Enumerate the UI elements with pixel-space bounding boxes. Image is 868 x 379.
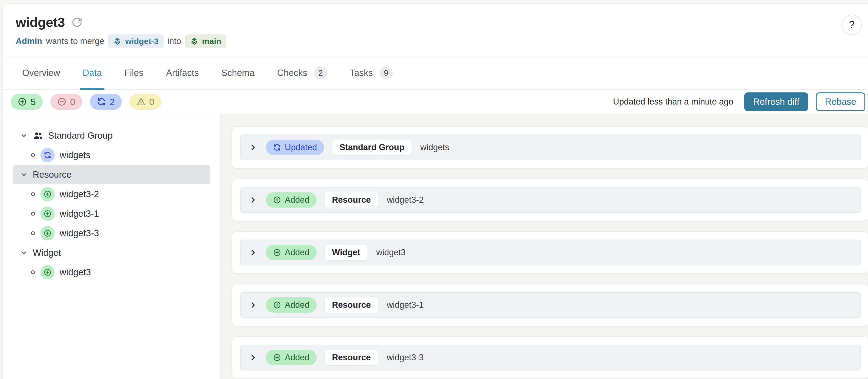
rebase-button[interactable]: Rebase [816, 92, 865, 111]
tab-tasks[interactable]: Tasks 9 [350, 56, 393, 89]
tree-item-label: widget3-3 [60, 228, 99, 238]
sync-icon [43, 151, 52, 159]
chevron-down-icon[interactable] [20, 249, 28, 257]
row-name: widgets [420, 143, 449, 152]
diff-row-header[interactable]: Added Resource widget3-2 [240, 187, 861, 213]
plus-circle-icon [273, 301, 281, 309]
tree-group-label: Widget [33, 247, 61, 258]
status-badge: Added [266, 192, 317, 208]
diff-row: Updated Standard Group widgets [232, 126, 868, 169]
status-badge: Added [266, 245, 317, 260]
warning-icon [136, 97, 146, 107]
updated-count-pill: 2 [90, 94, 122, 110]
plus-circle-icon [43, 229, 52, 237]
chevron-right-icon[interactable] [249, 301, 257, 310]
diff-row-header[interactable]: Added Resource widget3-1 [240, 292, 861, 318]
diff-row: Added Resource widget3-2 [232, 179, 868, 221]
type-tag: Resource [325, 350, 378, 365]
merge-summary: Admin wants to merge widget-3 into main [16, 34, 861, 48]
sync-icon [97, 97, 106, 107]
diff-toolbar: 5 0 2 0 Updated less than a minute ago R… [3, 90, 868, 114]
tree-item-widgets[interactable]: widgets [13, 145, 210, 165]
source-branch-badge[interactable]: widget-3 [108, 34, 163, 48]
tree-group-widget[interactable]: Widget [13, 243, 210, 262]
chevron-right-icon[interactable] [249, 196, 257, 204]
chevron-down-icon[interactable] [20, 132, 28, 140]
tab-data[interactable]: Data [83, 56, 102, 89]
tab-files[interactable]: Files [124, 56, 144, 89]
plus-circle-icon [273, 249, 281, 257]
help-button[interactable]: ? [842, 14, 862, 35]
updated-status-icon [40, 148, 55, 162]
merge-text: wants to merge [46, 36, 104, 46]
plus-circle-icon [18, 97, 27, 107]
diff-row-header[interactable]: Added Widget widget3 [240, 239, 861, 265]
tree-item-widget3-3[interactable]: widget3-3 [13, 223, 210, 243]
removed-count-pill: 0 [50, 94, 82, 110]
added-count-pill: 5 [11, 94, 42, 110]
diff-row-header[interactable]: Added Resource widget3-3 [240, 345, 861, 371]
tree-item-widget3[interactable]: widget3 [13, 262, 210, 282]
tab-overview[interactable]: Overview [22, 56, 60, 89]
row-name: widget3-1 [387, 300, 424, 310]
diff-row: Added Resource widget3-1 [232, 284, 868, 326]
tab-schema[interactable]: Schema [221, 56, 254, 89]
diff-row: Added Widget widget3 [232, 231, 868, 274]
bullet-icon [31, 192, 35, 196]
minus-circle-icon [57, 97, 66, 107]
diff-panel: Updated Standard Group widgets Added Res… [221, 114, 868, 379]
tree-item-label: widget3 [60, 267, 91, 278]
reload-icon[interactable] [71, 17, 83, 28]
diff-row-header[interactable]: Updated Standard Group widgets [240, 135, 861, 161]
tab-checks[interactable]: Checks 2 [277, 56, 327, 89]
tab-artifacts[interactable]: Artifacts [166, 56, 199, 89]
last-updated-text: Updated less than a minute ago [613, 97, 733, 107]
bullet-icon [31, 231, 35, 235]
tree-item-label: widgets [60, 150, 90, 161]
chevron-right-icon[interactable] [249, 353, 257, 362]
tree-group-label: Standard Group [48, 130, 113, 141]
bullet-icon [31, 212, 35, 215]
diff-tree-sidebar: Standard Group widgets Resource widget3-… [3, 114, 221, 379]
added-status-icon [40, 265, 55, 280]
tree-group-resource[interactable]: Resource [13, 165, 210, 184]
plus-circle-icon [43, 190, 52, 198]
branch-layers-icon [190, 37, 199, 46]
people-icon [33, 130, 43, 141]
page-header: widget3 Admin wants to merge widget-3 in… [3, 4, 868, 56]
tree-item-widget3-2[interactable]: widget3-2 [13, 184, 210, 204]
diff-row: Added Resource widget3-3 [232, 337, 868, 379]
chevron-right-icon[interactable] [249, 143, 257, 152]
tab-bar: Overview Data Files Artifacts Schema Che… [3, 56, 868, 90]
plus-circle-icon [273, 353, 281, 362]
status-badge: Added [266, 297, 317, 313]
source-branch-label: widget-3 [125, 36, 159, 46]
plus-circle-icon [43, 268, 52, 276]
merge-request-page: widget3 Admin wants to merge widget-3 in… [2, 3, 868, 379]
type-tag: Standard Group [332, 140, 411, 155]
author-link[interactable]: Admin [16, 36, 42, 46]
row-name: widget3-3 [387, 353, 424, 362]
tree-item-label: widget3-1 [60, 208, 99, 219]
branch-layers-icon [113, 37, 122, 46]
into-text: into [167, 36, 181, 46]
row-name: widget3 [376, 247, 406, 257]
tasks-count-badge: 9 [379, 66, 393, 80]
sync-icon [273, 143, 281, 151]
tree-group-standard-group[interactable]: Standard Group [13, 126, 210, 145]
type-tag: Widget [325, 245, 368, 260]
plus-circle-icon [273, 196, 281, 204]
tree-item-widget3-1[interactable]: widget3-1 [13, 204, 210, 223]
added-status-icon [40, 187, 55, 201]
type-tag: Resource [325, 297, 378, 313]
plus-circle-icon [43, 210, 52, 218]
chevron-down-icon[interactable] [20, 171, 28, 178]
row-name: widget3-2 [387, 195, 424, 205]
target-branch-badge[interactable]: main [185, 34, 226, 48]
refresh-diff-button[interactable]: Refresh diff [744, 92, 808, 111]
chevron-right-icon[interactable] [249, 248, 257, 257]
added-status-icon [40, 226, 55, 240]
page-title: widget3 [16, 14, 65, 30]
added-status-icon [40, 207, 55, 221]
type-tag: Resource [325, 192, 378, 208]
